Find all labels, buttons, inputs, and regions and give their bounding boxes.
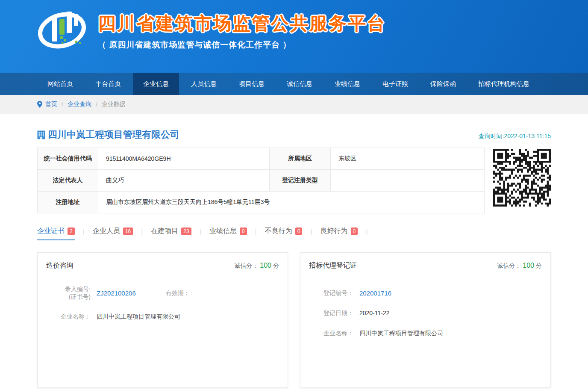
location-pin-icon: [37, 101, 42, 108]
score-value: 100: [260, 262, 271, 269]
company-name-value: 四川中岚工程项目管理有限公司: [359, 329, 443, 337]
integrity-score: 诚信分：100分: [234, 262, 279, 270]
breadcrumb-current: 企业数据: [102, 100, 126, 108]
tab-separator: |: [200, 228, 201, 239]
nav-item-insurance-guarantee[interactable]: 保险保函: [420, 73, 466, 95]
legal-rep-value: 曲义巧: [98, 170, 270, 192]
nav-item-performance-info[interactable]: 业绩信息: [324, 73, 370, 95]
tab-projects-under-construction[interactable]: 在建项目 23: [151, 227, 191, 240]
company-name-label: 企业名称：: [309, 329, 353, 337]
breadcrumb-bar: 首页 / 企业查询 / 企业数据: [0, 95, 588, 114]
qr-box: [485, 148, 551, 213]
credit-code-value: 91511400MA6420GE9H: [98, 148, 270, 170]
qr-code: [493, 149, 551, 207]
site-header: 四川省建筑市场监管公共服务平台 （ 原四川省建筑市场监管与诚信一体化工作平台 ）: [0, 0, 588, 73]
credit-code-label: 统一社会信用代码: [38, 148, 98, 170]
tab-separator: |: [255, 228, 257, 239]
cost-consulting-card: 造价咨询 诚信分：100分 录入编号: (证书号) ZJ202100206 有效…: [37, 252, 288, 387]
registration-number-label: 登记编号：: [309, 289, 353, 297]
building-icon: [37, 130, 45, 139]
company-name: 四川中岚工程项目管理有限公司: [48, 128, 179, 141]
registration-type-value: [331, 170, 485, 192]
bidding-agency-card: 招标代理登记证 诚信分：100分 登记编号： 202001716 登记日期： 2…: [300, 252, 551, 387]
certificate-number-link[interactable]: ZJ202100206: [97, 289, 136, 301]
registration-date-value: 2020-11-22: [359, 309, 390, 317]
region-value: 东坡区: [331, 148, 485, 170]
tab-count-badge: 0: [240, 228, 247, 235]
tab-count-badge: 23: [181, 228, 191, 235]
breadcrumb-enterprise-search[interactable]: 企业查询: [68, 100, 91, 108]
tabs-row: 企业证书 2 | 企业人员 16 | 在建项目 23 | 业绩信息 0 | 不良…: [37, 227, 551, 240]
tab-enterprise-certificates[interactable]: 企业证书 2: [37, 227, 75, 240]
tab-separator: |: [83, 228, 85, 239]
site-title: 四川省建筑市场监管公共服务平台: [98, 12, 386, 35]
company-title: 四川中岚工程项目管理有限公司: [37, 128, 179, 141]
tab-separator: |: [366, 228, 368, 239]
validity-label: 有效期：: [166, 289, 190, 301]
nav-item-e-certificates[interactable]: 电子证照: [372, 73, 418, 95]
nav-item-bidding-agency-info[interactable]: 招标代理机构信息: [468, 73, 540, 95]
tab-count-badge: 2: [68, 228, 75, 235]
company-info-block: 统一社会信用代码 91511400MA6420GE9H 所属地区 东坡区 法定代…: [37, 148, 551, 213]
nav-item-platform-home[interactable]: 平台首页: [85, 73, 131, 95]
breadcrumb: 首页 / 企业查询 / 企业数据: [37, 95, 551, 114]
query-time: 查询时间:2022-01-13 11:15: [479, 133, 551, 141]
registration-date-label: 登记日期：: [309, 309, 353, 317]
nav-item-enterprise-info[interactable]: 企业信息: [133, 73, 179, 95]
tab-separator: |: [310, 228, 312, 239]
integrity-score: 诚信分：100分: [497, 262, 542, 270]
tab-performance-info[interactable]: 业绩信息 0: [209, 227, 247, 240]
site-logo-icon: [36, 6, 88, 53]
main-content: 四川中岚工程项目管理有限公司 查询时间:2022-01-13 11:15 统一社…: [37, 128, 551, 387]
tab-separator: |: [141, 228, 143, 239]
legal-rep-label: 法定代表人: [38, 170, 98, 192]
registered-address-label: 注册地址: [38, 192, 98, 213]
breadcrumb-separator: /: [96, 101, 97, 108]
tab-bad-behavior[interactable]: 不良行为 0: [265, 227, 303, 240]
tab-count-badge: 0: [295, 228, 303, 235]
breadcrumb-separator: /: [62, 101, 63, 108]
nav-item-project-info[interactable]: 项目信息: [229, 73, 275, 95]
cost-card-title: 造价咨询: [46, 261, 74, 270]
registration-number-link[interactable]: 202001716: [359, 289, 391, 297]
main-nav: 网站首页 平台首页 企业信息 人员信息 项目信息 诚信信息 业绩信息 电子证照 …: [0, 73, 588, 95]
tab-count-badge: 16: [123, 228, 133, 235]
registered-address-value: 眉山市东坡区眉州大道东三段天天向上186号5幢1单元11层3号: [98, 192, 485, 213]
entry-number-label: 录入编号: (证书号): [46, 285, 91, 301]
tab-count-badge: 0: [351, 228, 358, 235]
nav-item-personnel-info[interactable]: 人员信息: [181, 73, 227, 95]
nav-item-integrity-info[interactable]: 诚信信息: [276, 73, 323, 95]
region-label: 所属地区: [270, 148, 331, 170]
score-value: 100: [523, 262, 534, 269]
breadcrumb-home[interactable]: 首页: [45, 100, 57, 108]
tab-enterprise-personnel[interactable]: 企业人员 16: [93, 227, 133, 240]
company-name-label: 企业名称：: [46, 313, 91, 321]
nav-item-website-home[interactable]: 网站首页: [37, 73, 83, 95]
company-name-value: 四川中岚工程项目管理有限公司: [97, 313, 180, 321]
company-info-table: 统一社会信用代码 91511400MA6420GE9H 所属地区 东坡区 法定代…: [37, 148, 485, 213]
tab-good-behavior[interactable]: 良好行为 0: [320, 227, 358, 240]
site-subtitle: （ 原四川省建筑市场监管与诚信一体化工作平台 ）: [98, 39, 386, 50]
registration-type-label: 登记注册类型: [270, 170, 331, 192]
agency-card-title: 招标代理登记证: [309, 261, 357, 270]
